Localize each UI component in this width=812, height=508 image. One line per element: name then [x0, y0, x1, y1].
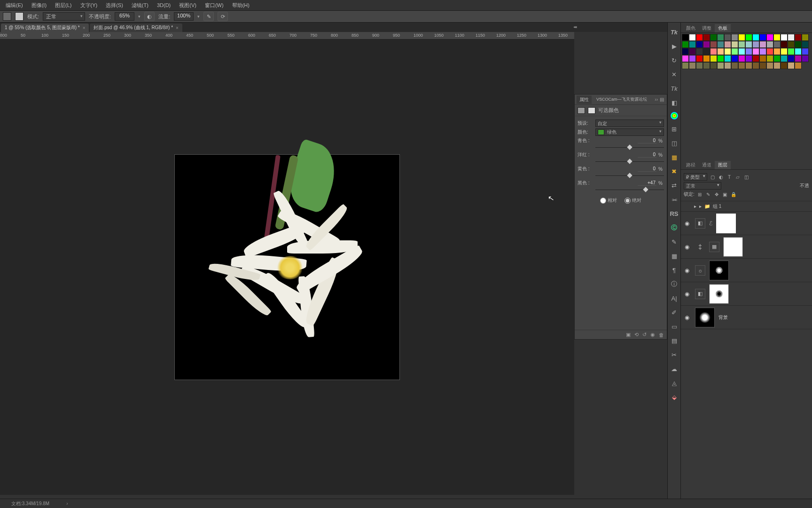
- doc-tab-1[interactable]: 1 @ 55% (选取颜色 5, 图层蒙版/8) * ×: [1, 24, 89, 32]
- swatch-cell[interactable]: [788, 48, 795, 55]
- cloud-icon[interactable]: ☁: [670, 364, 679, 373]
- swatch-cell[interactable]: [703, 41, 710, 48]
- layer-filter-dropdown[interactable]: ₽ 类型: [684, 173, 707, 181]
- swatch-cell[interactable]: [724, 41, 731, 48]
- swatch-cell[interactable]: [738, 41, 745, 48]
- flow-input[interactable]: 100%: [174, 12, 194, 21]
- relative-radio[interactable]: 相对: [600, 197, 617, 204]
- panel-icon[interactable]: ⊞: [670, 124, 679, 134]
- swatch-cell[interactable]: [738, 34, 745, 41]
- swatch-cell[interactable]: [710, 41, 717, 48]
- filter-icon[interactable]: ▱: [734, 175, 741, 180]
- swatch-cell[interactable]: [802, 55, 809, 62]
- tab-vsco[interactable]: VSCOCam—飞天资源论坛: [593, 95, 650, 103]
- swatch-cell[interactable]: [759, 48, 766, 55]
- lock-paint-icon[interactable]: ✎: [705, 192, 711, 197]
- tab-swatches[interactable]: 色板: [715, 24, 731, 32]
- menu-select[interactable]: 选择(S): [102, 0, 127, 10]
- swatch-cell[interactable]: [689, 55, 696, 62]
- swatch-cell[interactable]: [717, 62, 724, 69]
- layer-row[interactable]: ◉ ‡ ▦: [681, 235, 812, 259]
- visibility-icon[interactable]: ◉: [683, 314, 691, 321]
- tab-adjustments[interactable]: 调整: [699, 24, 715, 32]
- grid-icon[interactable]: ▦: [670, 251, 679, 261]
- black-value[interactable]: +47: [638, 180, 656, 186]
- swatch-cell[interactable]: [752, 34, 759, 41]
- doc-tab-2[interactable]: 封面.psd @ 46.9% (曲线 1, RGB/8#) * ×: [90, 24, 182, 32]
- tool-preset-icon[interactable]: [3, 12, 11, 21]
- lock-trans-icon[interactable]: ⊞: [696, 192, 703, 197]
- pen-icon[interactable]: ✐: [670, 308, 679, 317]
- panel-icon-5[interactable]: ▤: [670, 336, 679, 345]
- layer-mask[interactable]: ✺: [709, 284, 729, 304]
- swatch-cell[interactable]: [759, 62, 766, 69]
- close-icon[interactable]: ×: [83, 25, 86, 31]
- tab-paths[interactable]: 路径: [683, 161, 699, 169]
- swatch-cell[interactable]: [745, 62, 752, 69]
- menu-window[interactable]: 窗口(W): [201, 0, 227, 10]
- swatch-cell[interactable]: [717, 48, 724, 55]
- color-dropdown[interactable]: 绿色: [595, 128, 664, 136]
- swatch-cell[interactable]: [738, 55, 745, 62]
- panel-icon-2[interactable]: ◫: [670, 138, 679, 148]
- swatch-cell[interactable]: [788, 55, 795, 62]
- tab-color[interactable]: 颜色: [683, 24, 699, 32]
- canvas[interactable]: [175, 155, 399, 380]
- swatch-cell[interactable]: [696, 62, 703, 69]
- swatch-cell[interactable]: [766, 41, 773, 48]
- layer-mask[interactable]: [716, 214, 736, 233]
- tab-layers[interactable]: 图层: [715, 161, 731, 169]
- panel-icon-3[interactable]: ▦: [670, 152, 679, 162]
- mode-dropdown[interactable]: 正常: [43, 12, 85, 21]
- swatch-cell[interactable]: [710, 62, 717, 69]
- menu-icon[interactable]: ▤: [660, 97, 664, 102]
- yellow-slider[interactable]: [595, 174, 664, 178]
- layer-group[interactable]: ▸▸📁 组 1: [681, 201, 812, 212]
- swatch-cell[interactable]: [689, 34, 696, 41]
- visibility-icon[interactable]: ◉: [650, 332, 655, 338]
- swatch-cell[interactable]: [766, 34, 773, 41]
- opacity-input[interactable]: 65%: [115, 12, 134, 21]
- doc-size[interactable]: 文档:3.34M/19.8M: [11, 500, 49, 507]
- swatch-cell[interactable]: [795, 48, 802, 55]
- canvas-workspace[interactable]: [0, 40, 574, 495]
- menu-layer[interactable]: 图层(L): [51, 0, 75, 10]
- swatch-cell[interactable]: [710, 55, 717, 62]
- swatch-cell[interactable]: [802, 48, 809, 55]
- swatch-cell[interactable]: [795, 34, 802, 41]
- swatch-cell[interactable]: [766, 55, 773, 62]
- filter-icon[interactable]: T: [726, 175, 733, 180]
- close-icon[interactable]: ✕: [670, 70, 679, 79]
- swatch-cell[interactable]: [724, 55, 731, 62]
- sliders-icon[interactable]: ⇄: [670, 181, 679, 190]
- swatch-cell[interactable]: [703, 48, 710, 55]
- swatch-cell[interactable]: [752, 62, 759, 69]
- swatch-cell[interactable]: [724, 34, 731, 41]
- lock-move-icon[interactable]: ✥: [713, 192, 720, 197]
- paragraph-icon[interactable]: ¶: [670, 265, 679, 275]
- swatch-cell[interactable]: [745, 55, 752, 62]
- swatch-cell[interactable]: [759, 34, 766, 41]
- menu-3d[interactable]: 3D(D): [153, 1, 174, 9]
- swatch-cell[interactable]: [781, 55, 788, 62]
- swatch-cell[interactable]: [745, 48, 752, 55]
- swatch-cell[interactable]: [731, 41, 738, 48]
- swatch-cell[interactable]: [689, 41, 696, 48]
- menu-view[interactable]: 视图(V): [175, 0, 200, 10]
- tk2-icon[interactable]: Tk: [670, 84, 679, 93]
- mask-icon[interactable]: [588, 107, 595, 114]
- menu-type[interactable]: 文字(Y): [77, 0, 102, 10]
- brush-preset-icon[interactable]: [15, 12, 23, 21]
- swatch-cell[interactable]: [752, 41, 759, 48]
- swatch-cell[interactable]: [781, 62, 788, 69]
- swatch-cell[interactable]: [773, 48, 781, 55]
- layer-row[interactable]: ◉ ◧ ✺: [681, 282, 812, 306]
- c-icon[interactable]: Ⓒ: [670, 223, 679, 232]
- visibility-icon[interactable]: ◉: [683, 267, 691, 274]
- swatch-cell[interactable]: [703, 55, 710, 62]
- swatch-cell[interactable]: [773, 41, 781, 48]
- collapse-icon[interactable]: ››: [655, 97, 658, 102]
- swatch-cell[interactable]: [689, 62, 696, 69]
- swatch-cell[interactable]: [724, 48, 731, 55]
- visibility-icon[interactable]: ◉: [683, 220, 691, 227]
